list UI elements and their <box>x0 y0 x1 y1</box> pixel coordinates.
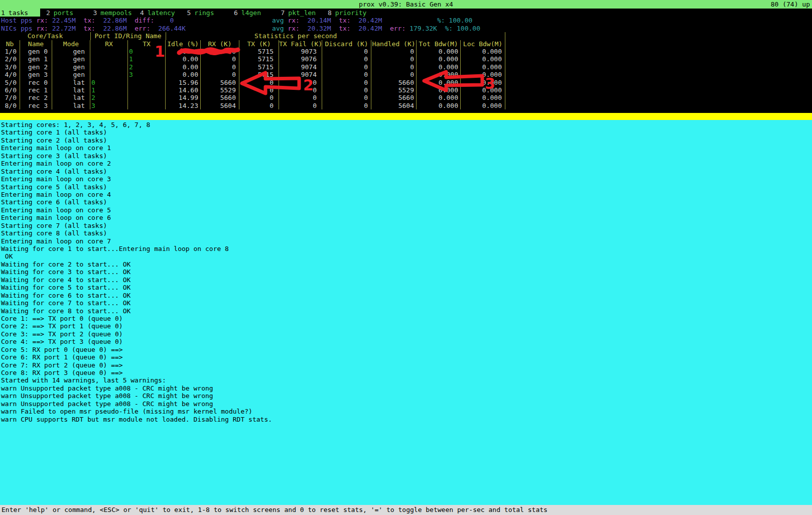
cell-name: gen 1 <box>20 55 52 63</box>
cell-tx <box>128 86 166 94</box>
log-line: Starting core 2 (all tasks) <box>0 137 812 144</box>
cell-tx: 0 <box>128 48 166 55</box>
cell-loc_bdw: 0.000 <box>461 55 505 63</box>
tab-mempools[interactable]: 3mempools <box>92 9 140 17</box>
tab-rings[interactable]: 5rings <box>186 9 233 17</box>
group-statistics: Statistics per second <box>254 32 337 40</box>
tab-pkt_len[interactable]: 7pkt_len <box>280 9 327 17</box>
tab-ports[interactable]: 2ports <box>45 9 92 17</box>
cell-tx_fail_k: 0 <box>279 94 322 101</box>
cell-discard_k: 0 <box>322 55 371 63</box>
log-line: Starting core 4 (all tasks) <box>0 168 812 175</box>
cell-rx: 1 <box>90 86 128 94</box>
cell-tot_bdw: 0.000 <box>417 63 461 71</box>
tab-priority[interactable]: 8priority <box>327 9 374 17</box>
cell-discard_k: 0 <box>322 86 371 94</box>
cell-tx_fail_k: 9074 <box>279 71 322 78</box>
log-line: warn Failed to open msr pseudo-file (mis… <box>0 408 812 415</box>
tab-label: pkt_len <box>288 9 316 17</box>
cell-tx_fail_k: 0 <box>279 86 322 94</box>
host-pps-stats: Host pps rx: 22.45M tx: 22.86M diff: 0 a… <box>1 17 472 24</box>
cell-rx <box>90 63 128 71</box>
tab-label: priority <box>335 9 367 17</box>
cell-discard_k: 0 <box>322 79 371 86</box>
stat-segment: 22.72M <box>52 25 76 32</box>
stat-segment: NICs pps <box>1 25 36 32</box>
stat-segment: rx: <box>36 25 52 32</box>
stat-segment: 20.32M <box>308 25 331 32</box>
cell-rx <box>90 48 128 55</box>
log-line: warn Unsupported packet type a008 - CRC … <box>0 384 812 392</box>
cell-mode: gen <box>52 71 90 78</box>
uptime-indicator: 80 (74) up <box>771 1 810 8</box>
stat-segment: 100.00 <box>449 17 472 24</box>
stat-segment: 20.42M <box>358 25 382 32</box>
stat-segment: tx: <box>331 25 359 32</box>
cell-handled_k: 0 <box>371 71 417 78</box>
stat-segment: err: <box>127 25 159 32</box>
cell-idle: 14.99 <box>166 94 201 101</box>
tab-label: rings <box>194 9 214 17</box>
prox-terminal: prox v0.39: Basic Gen x4 80 (74) up 1tas… <box>0 0 812 515</box>
cell-handled_k: 5604 <box>371 102 417 109</box>
cell-nb: 6/0 <box>0 86 20 94</box>
cell-tot_bdw: 0.000 <box>417 79 461 86</box>
log-lines: Starting cores: 1, 2, 3, 4, 5, 6, 7, 8St… <box>0 121 812 423</box>
stat-segment: 0 <box>154 17 174 24</box>
cell-rx_k: 0 <box>201 48 239 55</box>
title-bar: prox v0.39: Basic Gen x4 80 (74) up <box>0 0 812 9</box>
cell-idle: 0.00 <box>166 63 201 71</box>
column-header: TX (K) <box>239 40 279 48</box>
log-line: Waiting for core 7 to start... OK <box>0 299 812 307</box>
cell-tx_k: 5715 <box>239 63 279 71</box>
cell-discard_k: 0 <box>322 63 371 71</box>
cell-tot_bdw: 0.000 <box>417 48 461 55</box>
log-line: Core 2: ==> TX port 1 (queue 0) <box>0 322 812 330</box>
stat-segment: 266.44K <box>158 25 186 32</box>
log-area: Starting cores: 1, 2, 3, 4, 5, 6, 7, 8St… <box>0 120 812 505</box>
status-bar: Enter 'help' or command, <ESC> or 'quit'… <box>0 505 812 515</box>
column-header: RX <box>90 40 128 48</box>
table-group-header: Core/Task Port ID/Ring Name Statistics p… <box>0 32 505 40</box>
column-header: Nb <box>0 40 20 48</box>
log-line: Starting core 6 (all tasks) <box>0 198 812 206</box>
table-row: 5/0rec 0lat015.96566000056600.0000.000 <box>0 79 505 86</box>
log-line: Waiting for core 6 to start... OK <box>0 292 812 299</box>
cell-name: rec 2 <box>20 94 52 101</box>
stat-segment <box>174 17 272 24</box>
table-row: 6/0rec 1lat114.60552900055290.0000.000 <box>0 86 505 94</box>
cell-tot_bdw: 0.000 <box>417 86 461 94</box>
stat-segment: tx: <box>331 17 359 24</box>
tab-key: 3 <box>93 9 97 17</box>
cell-handled_k: 0 <box>371 63 417 71</box>
log-line: Core 8: RX port 3 (queue 0) ==> <box>0 369 812 376</box>
cell-nb: 8/0 <box>0 102 20 109</box>
cell-rx_k: 5660 <box>201 79 239 86</box>
cell-name: rec 0 <box>20 79 52 86</box>
tab-tasks[interactable]: 1tasks <box>0 9 40 17</box>
cell-mode: gen <box>52 55 90 63</box>
cell-name: gen 0 <box>20 48 52 55</box>
tab-key: 6 <box>234 9 238 17</box>
tab-label: latency <box>148 9 175 17</box>
cell-tx <box>128 79 166 86</box>
cell-loc_bdw: 0.000 <box>461 63 505 71</box>
log-line: Core 3: ==> TX port 2 (queue 0) <box>0 330 812 338</box>
table-row: 8/0rec 3lat314.23560400056040.0000.000 <box>0 102 505 109</box>
separator <box>90 32 91 40</box>
log-line: Waiting for core 2 to start... OK <box>0 261 812 268</box>
log-line: Waiting for core 5 to start... OK <box>0 284 812 291</box>
table-row: 3/0gen 2gen20.00057159074000.0000.000 <box>0 63 505 71</box>
tab-latency[interactable]: 4latency <box>139 9 186 17</box>
separator <box>166 32 166 40</box>
tab-key: 2 <box>46 9 50 17</box>
tab-label: l4gen <box>241 9 261 17</box>
cell-tx <box>128 102 166 109</box>
tab-l4gen[interactable]: 6l4gen <box>233 9 280 17</box>
cell-nb: 3/0 <box>0 63 20 71</box>
cell-tx: 1 <box>128 55 166 63</box>
log-line: Waiting for core 3 to start... OK <box>0 268 812 276</box>
cell-rx: 0 <box>90 79 128 86</box>
log-line: Waiting for core 8 to start... OK <box>0 307 812 315</box>
cell-tx: 2 <box>128 63 166 71</box>
